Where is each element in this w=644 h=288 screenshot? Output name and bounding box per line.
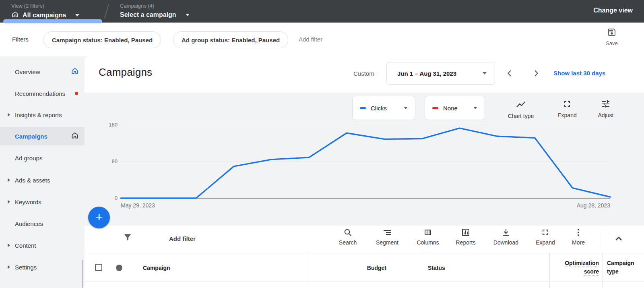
sidebar-item-campaigns[interactable]: Campaigns [0,127,85,145]
expand-label: Expand [549,112,585,118]
column-header-budget[interactable]: Budget [307,265,386,271]
collapse-chart-button[interactable] [612,232,625,245]
sidebar-item-ad-groups[interactable]: Ad groups [0,149,85,167]
campaign-scope-selector[interactable]: Campaigns (4) Select a campaign [120,2,190,19]
next-period-button[interactable] [530,68,542,79]
column-divider [603,282,603,288]
add-filter-link[interactable]: Add filter [299,36,322,43]
search-button[interactable]: Search [332,228,363,246]
y-tick-0: 0 [92,195,118,201]
previous-period-button[interactable] [504,68,515,79]
date-range-value: Jun 1 – Aug 31, 2023 [397,70,456,77]
columns-button[interactable]: Columns [412,228,444,246]
add-campaign-fab[interactable]: + [88,207,110,228]
save-view-button[interactable]: Save [601,27,623,46]
chevron-down-icon [186,14,190,16]
date-mode-label: Custom [353,70,374,77]
y-tick-180: 180 [92,122,118,128]
column-divider [603,253,603,282]
filter-chip-campaign-status[interactable]: Campaign status: Enabled, Paused [43,31,161,48]
sidebar-item-keywords[interactable]: Keywords [0,193,85,211]
campaign-scope-value: Select a campaign [120,10,176,19]
table-add-filter[interactable]: Add filter [169,235,196,242]
show-last-30-days-link[interactable]: Show last 30 days [553,70,605,77]
plus-icon: + [95,211,103,224]
sidebar-item-settings[interactable]: Settings [0,258,85,276]
sidebar-item-content[interactable]: Content [0,236,85,255]
view-scope-label: View (2 filters) [11,2,79,10]
clicks-line-chart [121,125,610,198]
chart-adjust-button[interactable]: Adjust [588,99,624,118]
change-view-button[interactable]: Change view [593,7,633,14]
filter-funnel-icon[interactable] [123,232,132,244]
status-filter-circle-icon[interactable] [116,265,122,271]
x-axis-start-label: May 29, 2023 [121,202,155,209]
campaign-scope-label: Campaigns (4) [120,2,190,10]
sidebar-scrollbar[interactable] [82,260,83,288]
sidebar-item-label: Ads & assets [15,177,50,184]
chevron-down-icon [483,72,487,75]
chevron-down-icon [75,14,79,17]
google-ads-campaigns-page: View (2 filters) All campaigns Campaigns… [0,0,644,288]
select-all-checkbox[interactable] [95,264,102,271]
save-icon [601,27,623,37]
active-view-indicator [3,19,102,23]
date-range-selector[interactable]: Jun 1 – Aug 31, 2023 [386,62,495,85]
more-button[interactable]: More [563,228,594,246]
metric-2-dropdown[interactable]: None [425,96,485,120]
reports-label: Reports [450,239,481,246]
sidebar-item-recommendations[interactable]: Recommendations [0,84,85,103]
chart-expand-button[interactable]: Expand [549,99,585,118]
expand-icon [530,228,561,237]
segment-label: Segment [372,239,403,246]
sidebar-item-audiences[interactable]: Audiences [0,214,85,233]
more-label: More [563,239,594,246]
clicks-metric-dash [360,107,366,109]
home-icon [11,10,19,20]
none-metric-dash [432,107,438,109]
metric-1-value: Clicks [371,105,387,112]
sidebar-item-label: Overview [15,68,40,75]
metric-1-dropdown[interactable]: Clicks [352,96,415,120]
filter-chip-ad-group-status[interactable]: Ad group status: Enabled, Paused [173,31,288,48]
more-vertical-dots-icon [563,228,594,237]
sidebar-navigation: Overview Recommendations Insights & repo… [0,56,85,288]
notification-dot-icon [75,92,78,95]
performance-chart-section: Clicks None Chart type Expand [85,93,644,226]
adjust-label: Adjust [588,112,624,118]
expand-arrow-icon [8,200,10,204]
sidebar-item-label: Campaigns [15,133,47,140]
view-scope-value: All campaigns [23,11,66,20]
sidebar-item-label: Ad groups [15,155,42,162]
segment-button[interactable]: Segment [372,228,403,246]
reports-icon [450,228,481,237]
breadcrumb-separator [104,4,109,19]
table-expand-label: Expand [530,239,561,246]
sidebar-item-label: Settings [15,264,37,271]
chart-type-button[interactable]: Chart type [503,99,539,119]
column-divider [549,282,550,288]
chevron-down-icon [473,107,477,109]
column-header-campaign[interactable]: Campaign [143,265,170,271]
reports-button[interactable]: Reports [450,228,481,246]
chevron-down-icon [404,107,408,109]
sidebar-item-label: Recommendations [15,90,65,97]
sidebar-item-label: Insights & reports [15,112,62,118]
sidebar-item-overview[interactable]: Overview [0,62,85,81]
optimization-score-text: Optimization score [565,260,599,275]
column-divider [422,253,422,282]
segment-icon [372,228,403,237]
sidebar-item-label: Keywords [15,199,41,205]
column-header-campaign-type[interactable]: Campaign type [607,259,639,276]
sidebar-item-ads-assets[interactable]: Ads & assets [0,171,85,189]
sidebar-item-label: Content [15,242,36,249]
x-axis-end-label: Aug 28, 2023 [489,202,610,209]
sidebar-item-insights-reports[interactable]: Insights & reports [0,106,85,124]
table-expand-button[interactable]: Expand [530,228,561,246]
chart-type-label: Chart type [503,113,539,119]
column-header-optimization-score[interactable]: Optimization score [551,259,599,276]
table-header-row: Campaign Budget Status Optimization scor… [85,253,644,282]
view-scope-selector[interactable]: View (2 filters) All campaigns [11,2,79,20]
download-button[interactable]: Download [490,228,522,246]
column-header-status[interactable]: Status [428,265,445,271]
